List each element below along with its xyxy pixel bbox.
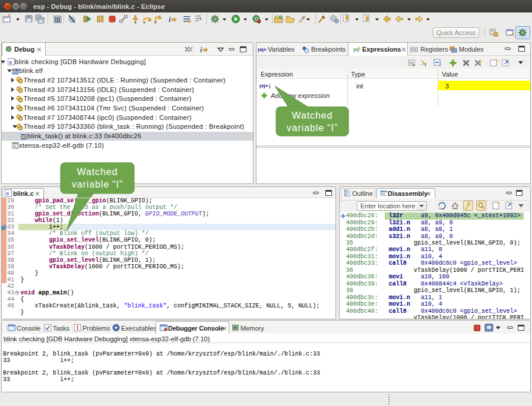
svg-text:>_: >_ xyxy=(14,144,19,149)
svg-text:c: c xyxy=(10,59,12,65)
svg-text:c: c xyxy=(7,191,10,196)
svg-text:i: i xyxy=(200,46,202,53)
svg-text:xy: xy xyxy=(409,61,414,65)
svg-text:(x)=: (x)= xyxy=(258,47,267,52)
svg-text:t: t xyxy=(425,62,426,67)
svg-text:i: i xyxy=(169,15,171,24)
